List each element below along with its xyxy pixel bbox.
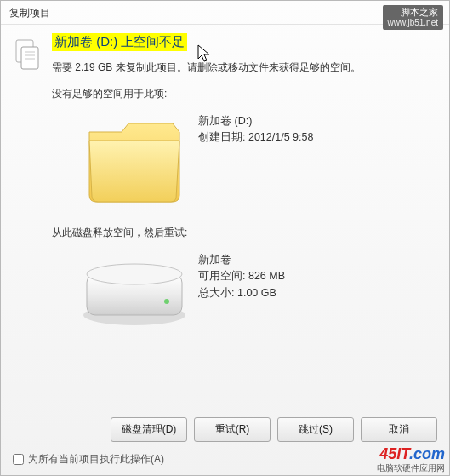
folder-row: 新加卷 (D:) 创建日期: 2012/1/5 9:58 xyxy=(52,106,430,226)
apply-all-label: 为所有当前项目执行此操作(A) xyxy=(28,452,164,467)
content-area: 新加卷 (D:) 上空间不足 需要 2.19 GB 来复制此项目。请删除或移动文… xyxy=(1,25,449,410)
folder-icon xyxy=(71,110,198,212)
disk-name: 新加卷 xyxy=(198,252,430,268)
disk-icon xyxy=(71,249,198,334)
disk-cleanup-button[interactable]: 磁盘清理(D) xyxy=(111,417,187,442)
button-row: 磁盘清理(D) 重试(R) 跳过(S) 取消 xyxy=(1,410,449,450)
dialog-window: 复制项目 新加卷 (D:) 上空间不足 需要 2.19 GB 来复制此项目。请删… xyxy=(0,0,450,476)
description: 需要 2.19 GB 来复制此项目。请删除或移动文件来获得足够的空间。 xyxy=(52,60,430,75)
main-column: 新加卷 (D:) 上空间不足 需要 2.19 GB 来复制此项目。请删除或移动文… xyxy=(47,33,430,406)
svg-point-8 xyxy=(164,299,169,304)
section2-label: 从此磁盘释放空间，然后重试: xyxy=(52,226,430,240)
apply-all-checkbox[interactable] xyxy=(13,454,24,465)
watermark-bottom: 45IT.com 电脑软硬件应用网 xyxy=(377,446,445,473)
section1-label: 没有足够的空间用于此项: xyxy=(52,87,430,101)
headline: 新加卷 (D:) 上空间不足 xyxy=(52,33,187,51)
watermark-top: 脚本之家 www.jb51.net xyxy=(383,5,443,30)
retry-button[interactable]: 重试(R) xyxy=(194,417,271,442)
disk-total: 总大小: 1.00 GB xyxy=(198,285,430,301)
disk-available: 可用空间: 826 MB xyxy=(198,268,430,284)
copy-icon xyxy=(13,33,47,406)
disk-row: 新加卷 可用空间: 826 MB 总大小: 1.00 GB xyxy=(52,245,430,364)
svg-rect-1 xyxy=(21,47,38,69)
disk-info: 新加卷 可用空间: 826 MB 总大小: 1.00 GB xyxy=(198,249,430,301)
skip-button[interactable]: 跳过(S) xyxy=(277,417,354,442)
window-title: 复制项目 xyxy=(9,7,50,19)
folder-created: 创建日期: 2012/1/5 9:58 xyxy=(198,129,430,146)
folder-info: 新加卷 (D:) 创建日期: 2012/1/5 9:58 xyxy=(198,110,430,146)
titlebar: 复制项目 xyxy=(1,1,449,25)
svg-point-7 xyxy=(87,264,182,284)
folder-name: 新加卷 (D:) xyxy=(198,113,430,129)
cancel-button[interactable]: 取消 xyxy=(361,417,437,442)
